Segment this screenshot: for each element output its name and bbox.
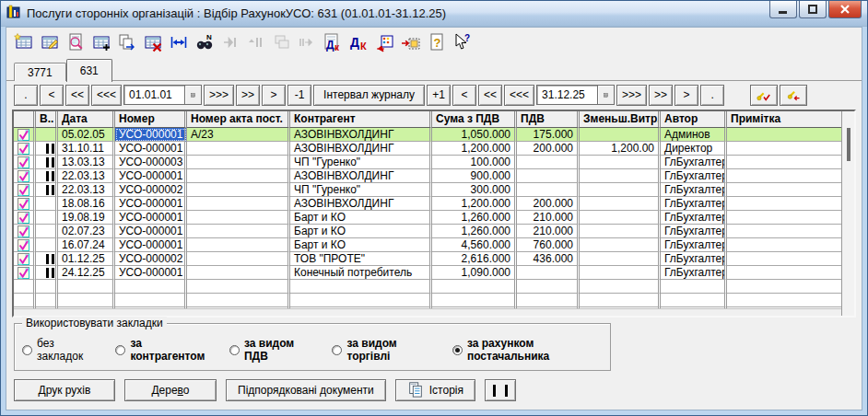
table-cell[interactable] [727, 156, 841, 169]
edit-line-icon[interactable] [38, 31, 62, 53]
table-cell[interactable]: 175.000 [517, 128, 580, 142]
table-cell[interactable]: 1,260.000 [432, 225, 517, 238]
nav-left-3[interactable]: <<< [91, 85, 122, 106]
table-cell[interactable] [580, 197, 661, 211]
table-cell[interactable] [727, 197, 841, 211]
help-icon[interactable]: ? [425, 31, 449, 53]
table-cell[interactable]: УСО-000001 [115, 197, 187, 211]
table-cell[interactable]: 4,560.000 [432, 238, 517, 252]
table-cell[interactable] [517, 156, 580, 169]
marked-cell[interactable] [36, 294, 58, 307]
table-cell[interactable]: Барт и КО [290, 238, 432, 252]
table-cell[interactable] [187, 156, 290, 169]
table-cell[interactable]: ЧП "Гуренко" [290, 156, 432, 169]
table-cell[interactable]: АЗОВІНВХОЛДИНГ [290, 197, 432, 211]
table-cell[interactable]: 01.12.25 [58, 252, 115, 266]
table-cell[interactable] [580, 128, 661, 142]
table-cell[interactable] [727, 294, 841, 307]
table-cell[interactable]: 05.02.05 [58, 128, 115, 142]
posted-checkbox-icon[interactable] [14, 252, 36, 266]
nav-left-1[interactable]: < [40, 85, 64, 106]
table-cell[interactable]: АЗОВІНВХОЛДИНГ [290, 142, 432, 156]
table-cell[interactable]: 200.000 [517, 197, 580, 211]
journal-interval-button[interactable]: Інтервал журналу [313, 85, 425, 106]
table-cell[interactable] [517, 266, 580, 280]
table-cell[interactable] [432, 280, 517, 294]
table-cell[interactable]: 210.000 [517, 211, 580, 225]
table-cell[interactable]: 200.000 [517, 142, 580, 156]
table-cell[interactable] [517, 280, 580, 294]
posted-checkbox-icon[interactable] [14, 128, 36, 142]
restore-button[interactable] [799, 1, 827, 18]
table-cell[interactable]: УСО-000002 [115, 183, 187, 197]
table-cell[interactable] [187, 142, 290, 156]
context-help-icon[interactable]: ? [451, 31, 475, 53]
table-cell[interactable]: ГлБухгалтер [661, 225, 727, 238]
posted-checkbox-icon[interactable] [14, 266, 36, 280]
minimize-button[interactable] [769, 1, 797, 18]
table-cell[interactable]: Директор [661, 142, 727, 156]
nav-right-2[interactable]: > [674, 85, 698, 106]
radio-option-2[interactable]: за видом ПДВ [229, 337, 312, 363]
table-cell[interactable] [187, 294, 290, 307]
table-cell[interactable] [187, 197, 290, 211]
table-cell[interactable]: УСО-000001 [115, 225, 187, 238]
table-cell[interactable] [187, 266, 290, 280]
table-cell[interactable] [187, 238, 290, 252]
table-cell[interactable]: 210.000 [517, 225, 580, 238]
table-cell[interactable] [290, 280, 432, 294]
table-cell[interactable] [661, 294, 727, 307]
horizontal-scroll-area[interactable] [14, 308, 841, 316]
nav-right-1[interactable]: >> [649, 85, 673, 106]
nav-mid1-3[interactable]: -1 [287, 85, 311, 106]
table-cell[interactable] [580, 266, 661, 280]
table-cell[interactable]: 2,616.000 [432, 252, 517, 266]
nav-mid1-1[interactable]: >> [236, 85, 260, 106]
posted-checkbox-icon[interactable] [14, 211, 36, 225]
calendar-icon[interactable] [597, 85, 615, 105]
table-cell[interactable]: УСО-000001 [115, 169, 187, 183]
nav-mid1-0[interactable]: >>> [204, 85, 234, 106]
marked-cell[interactable] [36, 266, 58, 280]
table-cell[interactable]: УСО-000002 [115, 252, 187, 266]
table-cell[interactable]: 22.03.13 [58, 183, 115, 197]
nav-right-3[interactable]: . [700, 85, 724, 106]
table-cell[interactable] [187, 280, 290, 294]
marked-cell[interactable] [36, 169, 58, 183]
operations-dk-icon[interactable]: ДК [347, 31, 371, 53]
nav-right-0[interactable]: >>> [616, 85, 647, 106]
table-cell[interactable] [661, 280, 727, 294]
table-cell[interactable]: УСО-000003 [115, 156, 187, 169]
table-cell[interactable]: ГлБухгалтер [661, 211, 727, 225]
table-cell[interactable] [517, 294, 580, 307]
radio-option-0[interactable]: без закладок [22, 337, 95, 363]
table-cell[interactable] [727, 128, 841, 142]
table-cell[interactable] [727, 238, 841, 252]
table-cell[interactable]: Барт и КО [290, 211, 432, 225]
table-cell[interactable] [580, 294, 661, 307]
add-to-selection-icon[interactable] [399, 31, 423, 53]
table-cell[interactable] [580, 238, 661, 252]
table-cell[interactable] [187, 225, 290, 238]
subordinate-docs-button[interactable]: Підпорядковані документи [226, 379, 386, 401]
posted-checkbox-icon[interactable] [14, 225, 36, 238]
table-cell[interactable] [432, 294, 517, 307]
new-line-icon[interactable] [12, 31, 36, 53]
table-cell[interactable]: 1,200.000 [432, 197, 517, 211]
nav-mid2-0[interactable]: +1 [427, 85, 451, 106]
marked-cell[interactable] [36, 142, 58, 156]
table-cell[interactable]: ГлБухгалтер [661, 252, 727, 266]
table-cell[interactable] [727, 142, 841, 156]
radio-option-4[interactable]: за рахунком постачальника [452, 337, 603, 363]
table-cell[interactable] [115, 294, 187, 307]
table-cell[interactable]: ГлБухгалтер [661, 156, 727, 169]
radio-option-3[interactable]: за видом торгівлі [332, 337, 431, 363]
table-cell[interactable]: 1,090.000 [432, 266, 517, 280]
posted-checkbox-icon[interactable] [14, 183, 36, 197]
table-cell[interactable] [727, 252, 841, 266]
print-moves-button[interactable]: Друк рухів [14, 379, 115, 401]
posted-checkbox-icon[interactable] [14, 294, 36, 307]
table-cell[interactable] [187, 169, 290, 183]
table-cell[interactable]: 100.000 [432, 156, 517, 169]
table-cell[interactable] [517, 183, 580, 197]
